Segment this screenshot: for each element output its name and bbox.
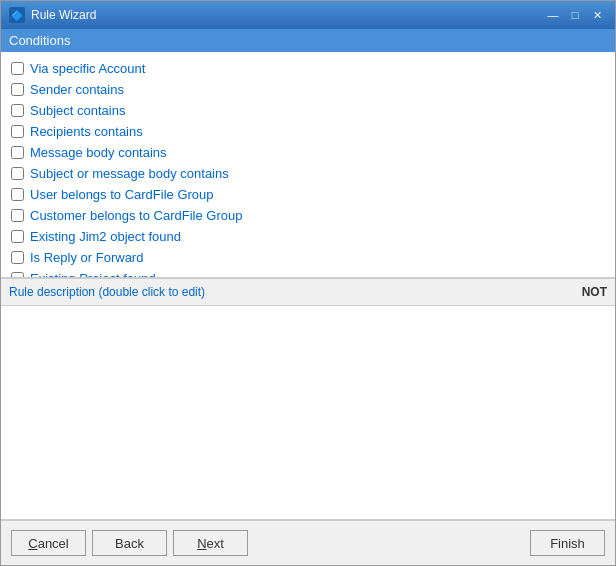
checkbox-user-belongs-to-cardfile-group[interactable]	[11, 188, 24, 201]
condition-customer-belongs-to-cardfile-group: Customer belongs to CardFile Group	[9, 205, 607, 226]
title-bar-controls: — □ ✕	[543, 7, 607, 23]
label-sender-contains[interactable]: Sender contains	[30, 82, 124, 97]
condition-sender-contains: Sender contains	[9, 79, 607, 100]
rule-description-area[interactable]	[1, 306, 615, 520]
window-content: Conditions Via specific Account Sender c…	[1, 29, 615, 565]
condition-user-belongs-to-cardfile-group: User belongs to CardFile Group	[9, 184, 607, 205]
checkbox-message-body-contains[interactable]	[11, 146, 24, 159]
rule-description-bar: Rule description (double click to edit) …	[1, 278, 615, 306]
next-button[interactable]: Next	[173, 530, 248, 556]
checkbox-existing-jim2-object-found[interactable]	[11, 230, 24, 243]
condition-subject-or-message-body-contains: Subject or message body contains	[9, 163, 607, 184]
conditions-section-header: Conditions	[1, 29, 615, 52]
condition-subject-contains: Subject contains	[9, 100, 607, 121]
cancel-button[interactable]: Cancel	[11, 530, 86, 556]
label-subject-contains[interactable]: Subject contains	[30, 103, 125, 118]
checkbox-sender-contains[interactable]	[11, 83, 24, 96]
condition-via-specific-account: Via specific Account	[9, 58, 607, 79]
condition-existing-project-found: Existing Project found	[9, 268, 607, 278]
rule-wizard-window: 🔷 Rule Wizard — □ ✕ Conditions Via speci…	[0, 0, 616, 566]
label-is-reply-or-forward[interactable]: Is Reply or Forward	[30, 250, 143, 265]
window-title: Rule Wizard	[31, 8, 96, 22]
condition-recipients-contains: Recipients contains	[9, 121, 607, 142]
minimize-button[interactable]: —	[543, 7, 563, 23]
close-button[interactable]: ✕	[587, 7, 607, 23]
app-icon: 🔷	[9, 7, 25, 23]
checkbox-subject-or-message-body-contains[interactable]	[11, 167, 24, 180]
condition-message-body-contains: Message body contains	[9, 142, 607, 163]
label-existing-jim2-object-found[interactable]: Existing Jim2 object found	[30, 229, 181, 244]
title-bar: 🔷 Rule Wizard — □ ✕	[1, 1, 615, 29]
checkbox-recipients-contains[interactable]	[11, 125, 24, 138]
maximize-button[interactable]: □	[565, 7, 585, 23]
checkbox-via-specific-account[interactable]	[11, 62, 24, 75]
label-user-belongs-to-cardfile-group[interactable]: User belongs to CardFile Group	[30, 187, 214, 202]
label-subject-or-message-body-contains[interactable]: Subject or message body contains	[30, 166, 229, 181]
finish-button[interactable]: Finish	[530, 530, 605, 556]
checkbox-customer-belongs-to-cardfile-group[interactable]	[11, 209, 24, 222]
condition-is-reply-or-forward: Is Reply or Forward	[9, 247, 607, 268]
not-label: NOT	[582, 285, 607, 299]
rule-description-text[interactable]: Rule description (double click to edit)	[9, 285, 205, 299]
label-recipients-contains[interactable]: Recipients contains	[30, 124, 143, 139]
label-existing-project-found[interactable]: Existing Project found	[30, 271, 156, 278]
conditions-list: Via specific Account Sender contains Sub…	[1, 52, 615, 278]
label-customer-belongs-to-cardfile-group[interactable]: Customer belongs to CardFile Group	[30, 208, 242, 223]
title-bar-left: 🔷 Rule Wizard	[9, 7, 96, 23]
checkbox-subject-contains[interactable]	[11, 104, 24, 117]
cancel-underline: C	[28, 536, 37, 551]
next-underline: N	[197, 536, 206, 551]
label-via-specific-account[interactable]: Via specific Account	[30, 61, 145, 76]
condition-existing-jim2-object-found: Existing Jim2 object found	[9, 226, 607, 247]
button-bar: Cancel Back Next Finish	[1, 520, 615, 565]
button-group-left: Cancel Back Next	[11, 530, 248, 556]
checkbox-is-reply-or-forward[interactable]	[11, 251, 24, 264]
label-message-body-contains[interactable]: Message body contains	[30, 145, 167, 160]
back-button[interactable]: Back	[92, 530, 167, 556]
